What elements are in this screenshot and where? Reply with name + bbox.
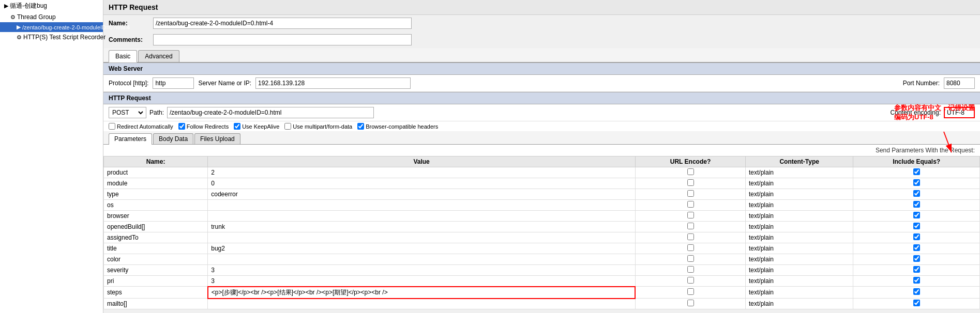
param-include-equals[interactable]: [853, 189, 980, 200]
web-server-section: Web Server: [103, 62, 980, 75]
param-url-encode[interactable]: [635, 243, 745, 254]
param-url-encode[interactable]: [635, 167, 745, 178]
port-input[interactable]: [944, 77, 975, 89]
params-table: Name: Value URL Encode? Content-Type Inc…: [103, 156, 980, 309]
param-value: [208, 232, 636, 243]
param-value: 0: [208, 178, 636, 189]
table-row: mailto[]text/plain: [104, 299, 980, 309]
table-row: titlebug2text/plain: [104, 243, 980, 254]
param-value: [208, 254, 636, 265]
main-tabs: Basic Advanced: [103, 48, 980, 62]
param-name: product: [104, 167, 208, 178]
param-url-encode[interactable]: [635, 178, 745, 189]
tree-item-recorder[interactable]: ⚙ HTTP(S) Test Script Recorder: [0, 32, 103, 42]
param-content-type: text/plain: [746, 189, 853, 200]
comments-row: Comments:: [103, 32, 980, 48]
param-include-equals[interactable]: [853, 222, 980, 232]
thread-group-icon: ⚙: [10, 14, 16, 21]
table-row: browsertext/plain: [104, 211, 980, 222]
tree-item-root[interactable]: ▶ 循通-创建bug: [0, 0, 103, 12]
param-url-encode[interactable]: [635, 276, 745, 287]
param-content-type: text/plain: [746, 243, 853, 254]
param-url-encode[interactable]: [635, 189, 745, 200]
method-select[interactable]: POST GET PUT DELETE: [109, 107, 146, 118]
params-table-container: Send Parameters With the Request: Name: …: [103, 145, 980, 309]
param-value: 3: [208, 265, 636, 276]
param-include-equals[interactable]: [853, 211, 980, 222]
protocol-label: Protocol [http]:: [109, 80, 148, 87]
param-include-equals[interactable]: [853, 232, 980, 243]
sub-tab-body-data[interactable]: Body Data: [153, 133, 193, 144]
param-url-encode[interactable]: [635, 287, 745, 299]
param-include-equals[interactable]: [853, 178, 980, 189]
param-url-encode[interactable]: [635, 200, 745, 211]
param-name: color: [104, 254, 208, 265]
param-content-type: text/plain: [746, 299, 853, 309]
param-name: type: [104, 189, 208, 200]
expand-icon: ▶: [4, 3, 8, 9]
comments-input[interactable]: [153, 34, 412, 45]
param-content-type: text/plain: [746, 276, 853, 287]
content-encoding-input[interactable]: [944, 107, 975, 118]
param-include-equals[interactable]: [853, 254, 980, 265]
param-url-encode[interactable]: [635, 254, 745, 265]
param-name: steps: [104, 287, 208, 299]
sub-tab-parameters[interactable]: Parameters: [109, 133, 152, 145]
table-row: product2text/plain: [104, 167, 980, 178]
param-value: codeerror: [208, 189, 636, 200]
follow-redirects-checkbox[interactable]: Follow Redirects: [178, 123, 229, 130]
table-row: severity3text/plain: [104, 265, 980, 276]
param-content-type: text/plain: [746, 232, 853, 243]
tab-advanced[interactable]: Advanced: [138, 50, 179, 62]
request-icon: ▶: [17, 24, 21, 30]
table-row-highlight: steps<p>[步骤]</p><br /><p>[结果]</p><br /><…: [104, 287, 980, 299]
tree-item-thread-group[interactable]: ⚙ Thread Group: [0, 12, 103, 22]
param-include-equals[interactable]: [853, 200, 980, 211]
param-include-equals[interactable]: [853, 167, 980, 178]
multipart-checkbox[interactable]: Use multipart/form-data: [284, 123, 352, 130]
content-encoding-label: Content encoding:: [891, 109, 941, 116]
path-label: Path:: [149, 109, 164, 116]
tree-item-request[interactable]: ▶ /zentao/bug-create-2-0-moduleID=0.html…: [0, 22, 103, 32]
param-include-equals[interactable]: [853, 265, 980, 276]
param-url-encode[interactable]: [635, 222, 745, 232]
col-value: Value: [208, 156, 636, 167]
tab-basic[interactable]: Basic: [109, 50, 137, 62]
keepalive-checkbox[interactable]: Use KeepAlive: [234, 123, 279, 130]
path-input[interactable]: [167, 107, 374, 118]
param-url-encode[interactable]: [635, 232, 745, 243]
name-input[interactable]: [153, 18, 412, 29]
recorder-icon: ⚙: [17, 34, 22, 41]
param-url-encode[interactable]: [635, 265, 745, 276]
col-url-encode: URL Encode?: [635, 156, 745, 167]
protocol-input[interactable]: [153, 77, 194, 89]
param-include-equals[interactable]: [853, 276, 980, 287]
param-value: <p>[步骤]</p><br /><p>[结果]</p><br /><p>[期望…: [208, 287, 636, 299]
browser-headers-checkbox[interactable]: Browser-compatible headers: [357, 123, 438, 130]
panel-title: HTTP Request: [103, 0, 980, 15]
param-include-equals[interactable]: [853, 287, 980, 299]
param-content-type: text/plain: [746, 178, 853, 189]
param-name: title: [104, 243, 208, 254]
param-name: assignedTo: [104, 232, 208, 243]
param-content-type: text/plain: [746, 254, 853, 265]
param-url-encode[interactable]: [635, 211, 745, 222]
comments-label: Comments:: [109, 36, 150, 43]
param-include-equals[interactable]: [853, 299, 980, 309]
param-content-type: text/plain: [746, 200, 853, 211]
method-dropdown[interactable]: POST GET PUT DELETE: [110, 108, 145, 117]
redirect-auto-checkbox[interactable]: Redirect Automatically: [109, 123, 173, 130]
param-url-encode[interactable]: [635, 299, 745, 309]
sub-tab-files-upload[interactable]: Files Upload: [194, 133, 240, 144]
param-include-equals[interactable]: [853, 243, 980, 254]
send-params-label: Send Parameters With the Request:: [103, 145, 980, 156]
param-name: module: [104, 178, 208, 189]
http-request-section: HTTP Request: [103, 92, 980, 104]
param-content-type: text/plain: [746, 265, 853, 276]
sub-tabs: Parameters Body Data Files Upload: [103, 131, 980, 145]
name-row: Name:: [103, 15, 980, 32]
port-label: Port Number:: [903, 80, 940, 87]
webserver-row: Protocol [http]: Server Name or IP: Port…: [103, 75, 980, 92]
param-content-type: text/plain: [746, 167, 853, 178]
server-input[interactable]: [255, 77, 411, 89]
